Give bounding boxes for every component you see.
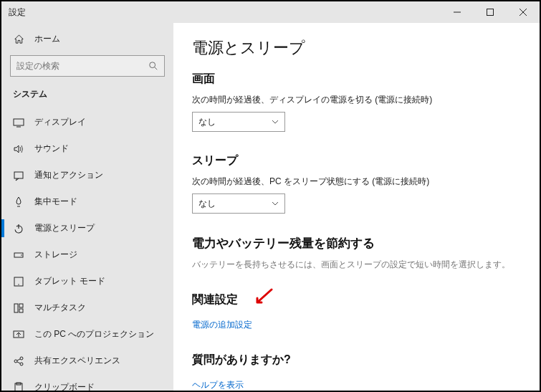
window-controls bbox=[441, 1, 540, 23]
home-label: ホーム bbox=[34, 33, 60, 45]
search-box[interactable] bbox=[10, 55, 165, 77]
screen-header: 画面 bbox=[192, 72, 521, 87]
projection-icon bbox=[13, 329, 24, 340]
svg-rect-2 bbox=[14, 119, 24, 125]
sidebar-item-label: この PC へのプロジェクション bbox=[34, 328, 154, 340]
sidebar-item-label: サウンド bbox=[34, 143, 69, 155]
sound-icon bbox=[13, 143, 24, 155]
sidebar-item-label: クリップボード bbox=[34, 381, 95, 391]
content-area: 電源とスリープ 画面 次の時間が経過後、ディスプレイの電源を切る (電源に接続時… bbox=[173, 23, 540, 391]
minimize-icon bbox=[454, 9, 461, 16]
sidebar-item-tablet[interactable]: タブレット モード bbox=[1, 268, 173, 295]
home-icon bbox=[13, 34, 24, 44]
sidebar-item-storage[interactable]: ストレージ bbox=[1, 242, 173, 268]
focus-icon bbox=[13, 196, 24, 208]
related-header: 関連設定 bbox=[192, 292, 521, 307]
sidebar-item-sound[interactable]: サウンド bbox=[1, 135, 173, 162]
svg-rect-11 bbox=[19, 309, 23, 312]
sleep-label: 次の時間が経過後、PC をスリープ状態にする (電源に接続時) bbox=[192, 176, 521, 188]
sleep-section: スリープ 次の時間が経過後、PC をスリープ状態にする (電源に接続時) なし bbox=[192, 153, 521, 214]
battery-section: 電力やバッテリー残量を節約する バッテリーを長持ちさせるには、画面とスリープの設… bbox=[192, 235, 521, 271]
sidebar-item-multitask[interactable]: マルチタスク bbox=[1, 295, 173, 321]
clipboard-icon bbox=[13, 382, 24, 391]
question-header: 質問がありますか? bbox=[192, 353, 521, 368]
related-link[interactable]: 電源の追加設定 bbox=[192, 319, 252, 331]
sidebar-item-shared[interactable]: 共有エクスペリエンス bbox=[1, 348, 173, 374]
svg-rect-3 bbox=[14, 172, 23, 178]
question-section: 質問がありますか? ヘルプを表示 bbox=[192, 353, 521, 391]
category-label: システム bbox=[1, 84, 173, 109]
home-link[interactable]: ホーム bbox=[1, 27, 173, 51]
annotation-arrow-icon bbox=[253, 288, 274, 307]
sidebar-item-label: ストレージ bbox=[34, 249, 77, 261]
search-icon bbox=[148, 61, 158, 71]
multitask-icon bbox=[13, 302, 24, 314]
chevron-down-icon bbox=[272, 118, 279, 125]
close-icon bbox=[520, 9, 527, 16]
chevron-down-icon bbox=[272, 200, 279, 207]
sidebar-item-label: ディスプレイ bbox=[34, 116, 86, 128]
battery-text: バッテリーを長持ちさせるには、画面とスリープの設定で短い時間を選択します。 bbox=[192, 259, 521, 271]
sidebar-item-label: 電源とスリープ bbox=[34, 222, 95, 234]
screen-timeout-select[interactable]: なし bbox=[192, 112, 285, 132]
svg-point-8 bbox=[18, 284, 19, 285]
sidebar: ホーム システム ディスプレイ bbox=[1, 23, 173, 391]
notifications-icon bbox=[13, 170, 24, 181]
sidebar-item-clipboard[interactable]: クリップボード bbox=[1, 374, 173, 391]
share-icon bbox=[13, 355, 24, 367]
search-container bbox=[1, 51, 173, 84]
window-title: 設定 bbox=[1, 6, 441, 19]
sleep-timeout-value: なし bbox=[198, 198, 216, 210]
maximize-icon bbox=[487, 9, 494, 16]
svg-point-13 bbox=[14, 360, 17, 363]
sidebar-item-notifications[interactable]: 通知とアクション bbox=[1, 162, 173, 188]
minimize-button[interactable] bbox=[441, 1, 474, 23]
power-icon bbox=[13, 223, 24, 234]
sidebar-item-label: マルチタスク bbox=[34, 302, 86, 314]
svg-point-15 bbox=[20, 363, 23, 365]
tablet-icon bbox=[13, 276, 24, 287]
page-title: 電源とスリープ bbox=[192, 37, 521, 59]
maximize-button[interactable] bbox=[474, 1, 507, 23]
screen-label: 次の時間が経過後、ディスプレイの電源を切る (電源に接続時) bbox=[192, 94, 521, 106]
sidebar-item-label: 集中モード bbox=[34, 196, 77, 208]
help-link[interactable]: ヘルプを表示 bbox=[192, 379, 244, 391]
svg-rect-10 bbox=[19, 304, 23, 307]
titlebar: 設定 bbox=[1, 1, 540, 23]
svg-rect-9 bbox=[14, 304, 18, 312]
related-section: 関連設定 電源の追加設定 bbox=[192, 292, 521, 331]
sidebar-item-focus[interactable]: 集中モード bbox=[1, 188, 173, 215]
screen-timeout-value: なし bbox=[198, 116, 216, 128]
search-input[interactable] bbox=[16, 61, 148, 71]
sidebar-item-label: タブレット モード bbox=[34, 275, 105, 287]
screen-section: 画面 次の時間が経過後、ディスプレイの電源を切る (電源に接続時) なし bbox=[192, 72, 521, 132]
svg-rect-0 bbox=[487, 9, 494, 16]
svg-point-1 bbox=[150, 62, 155, 68]
display-icon bbox=[13, 117, 24, 128]
sidebar-item-projection[interactable]: この PC へのプロジェクション bbox=[1, 321, 173, 348]
svg-point-14 bbox=[20, 357, 23, 360]
sidebar-item-power[interactable]: 電源とスリープ bbox=[1, 215, 173, 242]
svg-point-6 bbox=[21, 254, 22, 256]
battery-header: 電力やバッテリー残量を節約する bbox=[192, 235, 521, 252]
sleep-timeout-select[interactable]: なし bbox=[192, 193, 285, 214]
sidebar-item-label: 通知とアクション bbox=[34, 169, 103, 181]
sidebar-item-display[interactable]: ディスプレイ bbox=[1, 109, 173, 135]
storage-icon bbox=[13, 249, 24, 261]
sleep-header: スリープ bbox=[192, 153, 521, 168]
sidebar-item-label: 共有エクスペリエンス bbox=[34, 355, 120, 367]
close-button[interactable] bbox=[507, 1, 540, 23]
